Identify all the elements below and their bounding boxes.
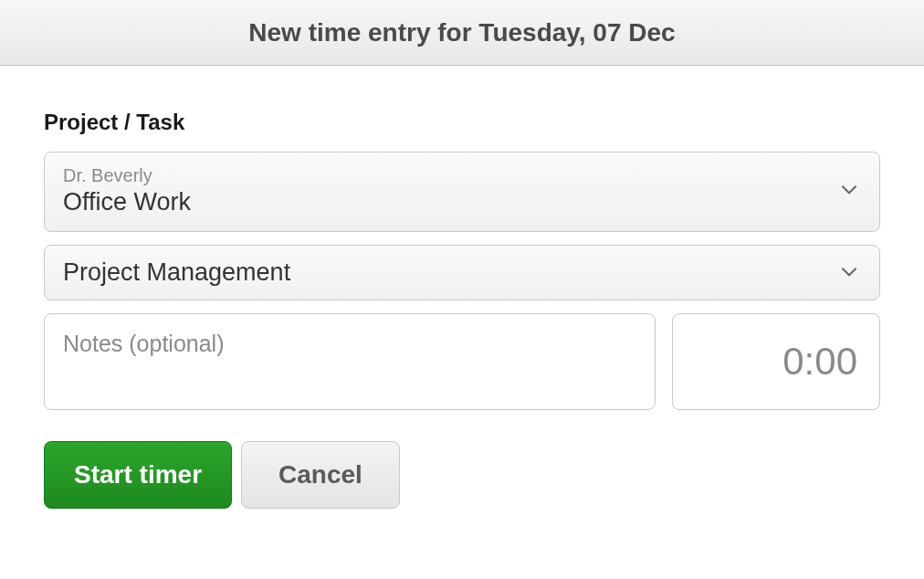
task-name-label: Project Management: [63, 258, 290, 287]
project-name-label: Office Work: [63, 188, 191, 216]
time-input[interactable]: [672, 313, 880, 410]
task-select[interactable]: Project Management: [44, 245, 880, 300]
start-timer-button[interactable]: Start timer: [44, 441, 232, 509]
chevron-down-icon: [837, 177, 861, 205]
chevron-down-icon: [837, 259, 861, 287]
dialog-title: New time entry for Tuesday, 07 Dec: [248, 18, 675, 47]
project-select-content: Dr. Beverly Office Work: [63, 165, 191, 216]
dialog-header: New time entry for Tuesday, 07 Dec: [0, 0, 924, 66]
button-row: Start timer Cancel: [44, 441, 880, 509]
cancel-button[interactable]: Cancel: [241, 441, 400, 509]
dialog-content: Project / Task Dr. Beverly Office Work P…: [0, 66, 924, 509]
project-select[interactable]: Dr. Beverly Office Work: [44, 152, 880, 232]
notes-time-row: [44, 313, 880, 410]
project-task-label: Project / Task: [44, 110, 880, 135]
notes-input[interactable]: [44, 313, 656, 410]
project-client-label: Dr. Beverly: [63, 165, 191, 186]
